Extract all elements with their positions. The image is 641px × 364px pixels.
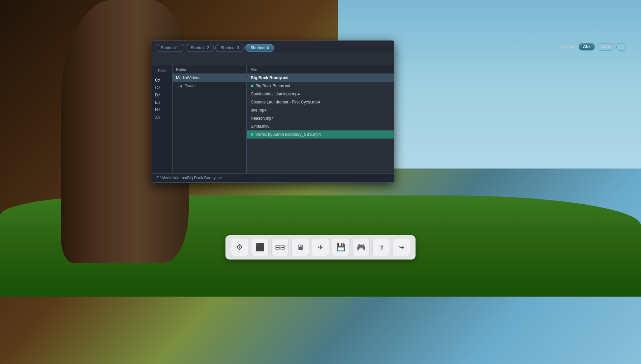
- sort-bar: Sort by : Abz Date ⇅: [560, 43, 626, 51]
- dialog-body: Drive C:\ C:\ D:\ E:\ N:\ X:\ Folder Med…: [152, 65, 394, 173]
- save-icon: 💾: [336, 243, 345, 252]
- gamepad-button[interactable]: 🎮: [352, 239, 370, 256]
- file-name-7: Vortex by Aaron Bradbury_SBS.mp4: [255, 132, 321, 137]
- file-dot-1: [251, 85, 253, 87]
- tools-icon: ✈: [318, 243, 324, 251]
- tab-shortcut-1[interactable]: Shortcut 1: [156, 44, 184, 52]
- drive-item-c2[interactable]: C:\: [152, 84, 172, 91]
- display-button[interactable]: 🖥: [292, 239, 309, 256]
- sort-direction-icon: ⇅: [619, 44, 623, 50]
- file-name-4: one.mp4: [251, 108, 267, 113]
- file-item-3[interactable]: Cosmos Laundromat - First Cycle.mp4: [247, 98, 394, 106]
- file-name-6: Sintel.mkv: [251, 124, 269, 129]
- drive-item-n[interactable]: N:\: [152, 106, 172, 114]
- folder-item-media-videos[interactable]: Media\Videos: [173, 74, 246, 82]
- file-item-2[interactable]: Caminandes Llamigos.mp4: [247, 90, 394, 98]
- display-icon: 🖥: [297, 243, 304, 252]
- tab-shortcut-4[interactable]: Shortcut 4: [245, 44, 274, 52]
- exit-icon: ↪: [399, 244, 404, 251]
- save-button[interactable]: 💾: [332, 239, 349, 256]
- folder-panel: Folder Media\Videos _Up Folder: [173, 65, 247, 173]
- mixer-icon: 🎚: [378, 244, 384, 251]
- mixer-button[interactable]: 🎚: [372, 239, 390, 256]
- stop-button[interactable]: ⬛: [251, 239, 269, 256]
- file-item-4[interactable]: one.mp4: [247, 106, 394, 114]
- file-dot-7: [251, 133, 253, 136]
- equalizer-button[interactable]: ⊟⊟: [271, 239, 289, 256]
- sort-direction-button[interactable]: ⇅: [616, 43, 626, 51]
- tools-button[interactable]: ✈: [312, 239, 329, 256]
- file-dialog: Shortcut 1 Shortcut 2 Shortcut 3 Shortcu…: [152, 40, 394, 183]
- settings-button[interactable]: ⚙: [231, 239, 248, 256]
- status-path: C:\Media\Videos\Big Buck Bunny.avi: [156, 176, 222, 180]
- exit-button[interactable]: ↪: [393, 239, 410, 256]
- folder-item-up[interactable]: _Up Folder: [173, 82, 246, 90]
- gamepad-icon: 🎮: [357, 243, 366, 252]
- tab-shortcut-2[interactable]: Shortcut 2: [186, 44, 214, 52]
- status-bar: C:\Media\Videos\Big Buck Bunny.avi: [152, 173, 394, 182]
- sort-label: Sort by :: [560, 44, 577, 50]
- shortcut-tabs: Shortcut 1 Shortcut 2 Shortcut 3 Shortcu…: [152, 41, 394, 52]
- file-name-2: Caminandes Llamigos.mp4: [251, 92, 300, 96]
- sort-date-button[interactable]: Date: [597, 43, 614, 51]
- file-header: File: [247, 65, 394, 74]
- file-panel: File Big Buck Bunny.avi Big Buck Bunny.a…: [247, 65, 394, 173]
- file-item-7[interactable]: Vortex by Aaron Bradbury_SBS.mp4: [247, 130, 394, 139]
- file-item-1[interactable]: Big Buck Bunny.avi: [247, 82, 394, 90]
- file-item-5[interactable]: Reason.mp4: [247, 114, 394, 122]
- file-selected-bar: Big Buck Bunny.avi: [247, 74, 394, 82]
- drive-item-e[interactable]: E:\: [152, 99, 172, 106]
- drive-item-x[interactable]: X:\: [152, 114, 172, 121]
- file-item-6[interactable]: Sintel.mkv: [247, 122, 394, 130]
- drive-header: Drive: [152, 68, 172, 75]
- tab-shortcut-3[interactable]: Shortcut 3: [215, 44, 244, 52]
- file-name-1: Big Buck Bunny.avi: [255, 84, 290, 88]
- folder-header: Folder: [173, 65, 246, 74]
- drive-item-c1[interactable]: C:\: [152, 77, 172, 84]
- toolbar: ⚙ ⬛ ⊟⊟ 🖥 ✈ 💾 🎮 🎚 ↪: [225, 235, 416, 260]
- settings-icon: ⚙: [236, 243, 243, 252]
- file-name-3: Cosmos Laundromat - First Cycle.mp4: [251, 100, 320, 104]
- equalizer-icon: ⊟⊟: [275, 244, 285, 251]
- drive-item-d[interactable]: D:\: [152, 91, 172, 99]
- file-name-5: Reason.mp4: [251, 116, 274, 121]
- stop-icon: ⬛: [255, 243, 265, 252]
- sort-abz-button[interactable]: Abz: [579, 43, 595, 51]
- drive-panel: Drive C:\ C:\ D:\ E:\ N:\ X:\: [152, 65, 173, 173]
